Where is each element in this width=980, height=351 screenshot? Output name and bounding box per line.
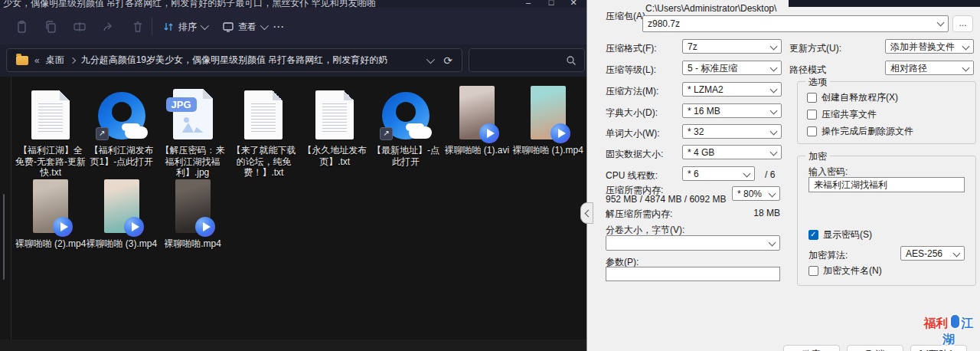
- background-window-strip: [789, 0, 980, 7]
- text-file-icon: [315, 90, 354, 139]
- decompress-memory-value: 18 MB: [725, 208, 780, 218]
- params-input[interactable]: [606, 267, 780, 281]
- word-size-label: 单词大小(W):: [606, 127, 660, 140]
- cpu-threads-label: CPU 线程数:: [606, 169, 658, 182]
- page-fold: [203, 89, 213, 99]
- navigation-pane: [0, 77, 11, 340]
- create-sfx-checkbox[interactable]: 创建自释放程序(X): [807, 91, 898, 104]
- level-select[interactable]: 5 - 标准压缩: [682, 61, 782, 75]
- play-overlay-icon: [124, 217, 144, 237]
- breadcrumb-root[interactable]: 桌面: [46, 54, 64, 67]
- cpu-threads-max: / 6: [765, 169, 775, 180]
- nav-scrollbar[interactable]: [3, 194, 5, 280]
- paste-icon[interactable]: [12, 18, 31, 36]
- : [38, 101, 63, 132]
- file-item[interactable]: 裸聊啪啪 (3).mp4: [86, 176, 158, 250]
- close-button[interactable]: ✕: [564, 0, 583, 8]
- view-label: 查看: [238, 21, 256, 34]
- file-item[interactable]: ↗ 【最新地址】-点此打开: [370, 83, 442, 167]
- file-label: 【最新地址】-点此打开: [370, 145, 442, 167]
- decompress-memory-label: 解压缩所需内存:: [606, 208, 672, 221]
- encryption-method-value: AES-256: [906, 248, 942, 259]
- search-input[interactable]: [469, 48, 585, 72]
- image-glyph-icon: [182, 117, 204, 133]
- update-mode-value: 添加并替换文件: [890, 41, 955, 52]
- word-size-select[interactable]: * 32: [682, 124, 782, 139]
- password-input[interactable]: 来福利江湖找福利: [808, 177, 965, 192]
- rename-icon[interactable]: [70, 18, 89, 36]
- delete-after-label: 操作完成后删除源文件: [822, 125, 913, 138]
- maximize-button[interactable]: □: [542, 0, 560, 7]
- level-label: 压缩等级(L):: [606, 64, 656, 77]
- file-item[interactable]: 裸聊啪啪 (1).avi: [441, 83, 513, 156]
- refresh-icon[interactable]: ⟳: [443, 55, 452, 66]
- archive-name-combobox[interactable]: z980.7z: [642, 15, 949, 32]
- memory-percent-select[interactable]: * 80%: [732, 186, 780, 201]
- encrypt-names-label: 加密文件名(N): [823, 264, 882, 277]
- copy-icon[interactable]: [41, 18, 60, 36]
- breadcrumb-current-folder[interactable]: 九分超高颜值19岁美少女，偶像明星级别颜值 吊打各路网红，刚发育好的奶子最可口，…: [81, 54, 387, 67]
- encryption-method-select[interactable]: AES-256: [900, 246, 965, 261]
- view-button[interactable]: 查看: [219, 18, 270, 36]
- format-value: 7z: [688, 41, 697, 52]
- format-label: 压缩格式(F):: [606, 42, 657, 55]
- explorer-addressrow: « 桌面 九分超高颜值19岁美少女，偶像明星级别颜值 吊打各路网红，刚发育好的奶…: [0, 44, 586, 77]
- jpg-badge: JPG: [166, 97, 197, 112]
- checkbox-icon: [807, 126, 817, 136]
- more-options-button[interactable]: ⋯: [270, 18, 288, 36]
- delete-after-checkbox[interactable]: 操作完成后删除源文件: [807, 125, 913, 138]
- file-label: 裸聊啪啪 (3).mp4: [86, 238, 158, 250]
- encrypt-names-checkbox[interactable]: 加密文件名(N): [808, 264, 882, 277]
- file-item[interactable]: 【永久地址发布页】.txt: [299, 83, 371, 167]
- ok-button[interactable]: 确定: [783, 345, 840, 351]
- method-label: 压缩方法(M):: [606, 85, 658, 98]
- checkbox-icon: [808, 230, 818, 240]
- delete-icon[interactable]: [129, 18, 147, 36]
- sort-button[interactable]: 排序: [159, 18, 210, 36]
- share-icon[interactable]: [100, 18, 118, 36]
- file-item[interactable]: 【福利江湖】全免费-无套路-更新快.txt: [15, 83, 87, 179]
- toolbar-separator: [152, 18, 152, 35]
- play-overlay-icon: [195, 217, 215, 237]
- play-overlay-icon: [53, 217, 73, 237]
- qq-browser-icon: ↗: [382, 92, 430, 139]
- address-dropdown-icon[interactable]: [426, 54, 435, 63]
- file-item[interactable]: JPG 【解压密码：来福利江湖找福利】.jpg: [157, 83, 229, 179]
- encryption-groupbox: 加密 输入密码: 来福利江湖找福利 显示密码(S) 加密算法: AES-256 …: [797, 156, 976, 286]
- update-mode-select[interactable]: 添加并替换文件: [885, 39, 974, 54]
- dictionary-select[interactable]: * 16 MB: [682, 103, 782, 118]
- : [322, 101, 347, 132]
- solid-block-select[interactable]: * 4 GB: [682, 145, 782, 159]
- method-select[interactable]: * LZMA2: [682, 82, 782, 97]
- cpu-threads-select[interactable]: * 6: [682, 166, 755, 181]
- cpu-threads-value: * 6: [688, 169, 699, 179]
- video-thumbnail: [531, 86, 566, 139]
- options-legend: 选项: [805, 76, 830, 89]
- password-value: 来福利江湖找福利: [814, 179, 887, 190]
- shared-files-checkbox[interactable]: 压缩共享文件: [807, 108, 877, 121]
- format-select[interactable]: 7z: [682, 39, 782, 54]
- path-mode-select[interactable]: 相对路径: [885, 61, 974, 75]
- file-item[interactable]: 裸聊啪啪.mp4: [157, 176, 229, 250]
- archive-label: 压缩包(A): [606, 10, 645, 23]
- breadcrumb-collapsed[interactable]: «: [34, 55, 40, 66]
- cancel-button[interactable]: 取消: [847, 345, 903, 351]
- file-label: 【来了就能下载的论坛，纯免费！】.txt: [227, 145, 299, 179]
- video-thumbnail: [33, 179, 68, 233]
- file-item[interactable]: 裸聊啪啪 (1).mp4: [512, 83, 584, 156]
- file-label: 【解压密码：来福利江湖找福利】.jpg: [157, 145, 229, 179]
- file-item[interactable]: 【来了就能下载的论坛，纯免费！】.txt: [227, 83, 299, 179]
- file-label: 裸聊啪啪.mp4: [157, 238, 229, 250]
- file-label: 裸聊啪啪 (1).avi: [441, 145, 513, 156]
- path-mode-value: 相对路径: [890, 63, 927, 74]
- page-fold: [273, 90, 283, 100]
- file-item[interactable]: ↗ 【福利江湖发布页1】-点此打开: [86, 83, 158, 167]
- address-bar[interactable]: « 桌面 九分超高颜值19岁美少女，偶像明星级别颜值 吊打各路网红，刚发育好的奶…: [6, 48, 462, 72]
- file-item[interactable]: 裸聊啪啪 (2).mp4: [15, 176, 87, 250]
- volume-combobox[interactable]: [606, 235, 780, 251]
- show-password-checkbox[interactable]: 显示密码(S): [808, 228, 872, 241]
- collapse-panel-icon[interactable]: [580, 202, 593, 224]
- minimize-button[interactable]: –: [519, 0, 537, 7]
- options-groupbox: 选项 创建自释放程序(X) 压缩共享文件 操作完成后删除源文件: [797, 81, 976, 144]
- browse-button[interactable]: ...: [952, 15, 973, 32]
